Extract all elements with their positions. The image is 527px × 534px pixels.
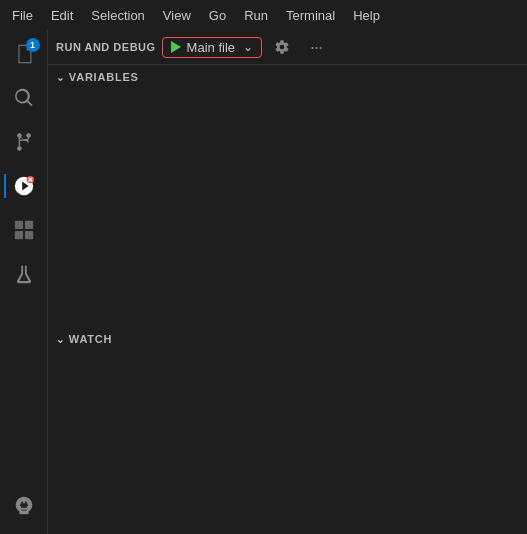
menu-edit[interactable]: Edit: [43, 6, 81, 25]
search-activity-icon[interactable]: [4, 78, 44, 118]
variables-label: VARIABLES: [69, 71, 139, 83]
files-icon[interactable]: 1: [4, 34, 44, 74]
menu-view[interactable]: View: [155, 6, 199, 25]
menu-bar: File Edit Selection View Go Run Terminal…: [0, 0, 527, 30]
menu-help[interactable]: Help: [345, 6, 388, 25]
gear-icon[interactable]: [268, 33, 296, 61]
svg-rect-5: [14, 221, 22, 229]
menu-selection[interactable]: Selection: [83, 6, 152, 25]
more-actions-icon[interactable]: ···: [302, 33, 330, 61]
flask-activity-icon[interactable]: [4, 254, 44, 294]
svg-point-1: [26, 133, 31, 138]
files-badge: 1: [26, 38, 40, 52]
watch-label: WATCH: [69, 333, 113, 345]
extensions-activity-icon[interactable]: [4, 210, 44, 250]
activity-bar: 1: [0, 30, 48, 534]
svg-point-2: [17, 146, 22, 151]
menu-file[interactable]: File: [4, 6, 41, 25]
watch-section-header[interactable]: ⌄ WATCH: [48, 327, 527, 349]
svg-rect-7: [14, 231, 22, 239]
svg-rect-8: [24, 231, 32, 239]
run-debug-activity-icon[interactable]: [4, 166, 44, 206]
debug-content: ⌄ VARIABLES ⌄ WATCH: [48, 65, 527, 534]
svg-rect-6: [24, 221, 32, 229]
watch-chevron-icon: ⌄: [56, 334, 65, 345]
variables-content-area: [48, 87, 527, 327]
debug-panel: RUN AND DEBUG Main file ⌄ ··· ⌄ VARIABLE…: [48, 30, 527, 534]
main-area: 1: [0, 30, 527, 534]
debug-toolbar: RUN AND DEBUG Main file ⌄ ···: [48, 30, 527, 65]
variables-section-header[interactable]: ⌄ VARIABLES: [48, 65, 527, 87]
skull-activity-icon[interactable]: [4, 486, 44, 526]
chevron-down-icon: ⌄: [243, 40, 253, 54]
source-control-activity-icon[interactable]: [4, 122, 44, 162]
play-icon: [171, 41, 181, 53]
config-name: Main file: [187, 40, 235, 55]
menu-terminal[interactable]: Terminal: [278, 6, 343, 25]
menu-go[interactable]: Go: [201, 6, 234, 25]
svg-point-0: [17, 133, 22, 138]
run-debug-label: RUN AND DEBUG: [56, 41, 156, 53]
variables-chevron-icon: ⌄: [56, 72, 65, 83]
config-selector[interactable]: Main file ⌄: [162, 37, 262, 58]
menu-run[interactable]: Run: [236, 6, 276, 25]
